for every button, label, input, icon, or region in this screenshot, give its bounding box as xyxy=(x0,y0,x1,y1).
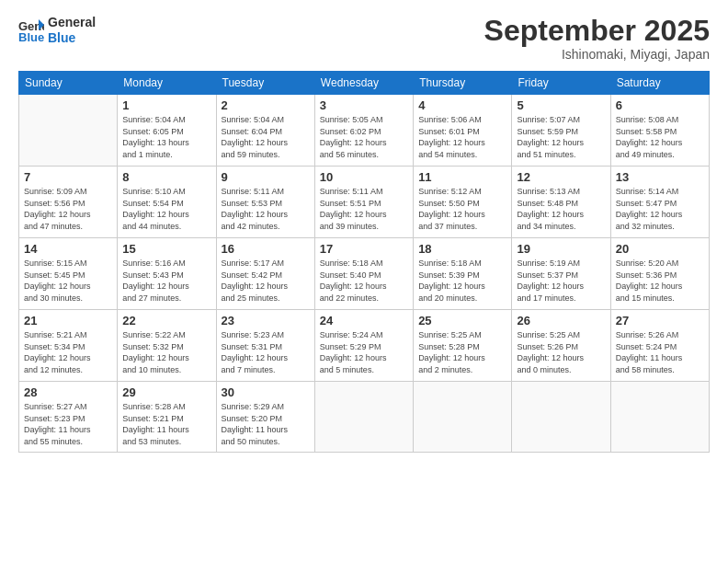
calendar-cell: 7Sunrise: 5:09 AM Sunset: 5:56 PM Daylig… xyxy=(19,167,118,238)
day-info: Sunrise: 5:14 AM Sunset: 5:47 PM Dayligh… xyxy=(616,186,704,232)
calendar-cell xyxy=(512,382,610,452)
calendar-cell: 16Sunrise: 5:17 AM Sunset: 5:42 PM Dayli… xyxy=(216,238,314,310)
day-number: 18 xyxy=(418,242,506,256)
calendar-header-row: SundayMondayTuesdayWednesdayThursdayFrid… xyxy=(19,72,710,95)
day-info: Sunrise: 5:27 AM Sunset: 5:23 PM Dayligh… xyxy=(24,401,112,447)
day-info: Sunrise: 5:21 AM Sunset: 5:34 PM Dayligh… xyxy=(24,329,112,375)
calendar-cell xyxy=(610,382,709,452)
header-day-thursday: Thursday xyxy=(414,72,512,95)
header-day-saturday: Saturday xyxy=(610,72,709,95)
calendar-cell: 4Sunrise: 5:06 AM Sunset: 6:01 PM Daylig… xyxy=(414,95,512,167)
header-day-monday: Monday xyxy=(118,72,216,95)
day-info: Sunrise: 5:11 AM Sunset: 5:53 PM Dayligh… xyxy=(222,186,310,232)
calendar-cell: 27Sunrise: 5:26 AM Sunset: 5:24 PM Dayli… xyxy=(610,310,709,382)
calendar-cell: 25Sunrise: 5:25 AM Sunset: 5:28 PM Dayli… xyxy=(414,310,512,382)
day-number: 2 xyxy=(222,98,310,112)
day-info: Sunrise: 5:11 AM Sunset: 5:51 PM Dayligh… xyxy=(320,186,408,232)
day-number: 26 xyxy=(517,314,605,327)
logo: General Blue General Blue xyxy=(18,15,96,46)
day-info: Sunrise: 5:09 AM Sunset: 5:56 PM Dayligh… xyxy=(24,186,112,232)
header-day-sunday: Sunday xyxy=(19,72,118,95)
day-number: 16 xyxy=(222,242,310,256)
title-block: September 2025 Ishinomaki, Miyagi, Japan xyxy=(484,15,710,62)
calendar-cell: 14Sunrise: 5:15 AM Sunset: 5:45 PM Dayli… xyxy=(19,238,118,310)
day-info: Sunrise: 5:13 AM Sunset: 5:48 PM Dayligh… xyxy=(517,186,605,232)
day-info: Sunrise: 5:08 AM Sunset: 5:58 PM Dayligh… xyxy=(616,114,704,160)
page: General Blue General Blue September 2025… xyxy=(0,0,728,563)
day-info: Sunrise: 5:17 AM Sunset: 5:42 PM Dayligh… xyxy=(222,258,310,304)
calendar-cell: 20Sunrise: 5:20 AM Sunset: 5:36 PM Dayli… xyxy=(610,238,709,310)
day-info: Sunrise: 5:18 AM Sunset: 5:39 PM Dayligh… xyxy=(418,258,506,304)
calendar-cell: 5Sunrise: 5:07 AM Sunset: 5:59 PM Daylig… xyxy=(512,95,610,167)
calendar-cell: 10Sunrise: 5:11 AM Sunset: 5:51 PM Dayli… xyxy=(314,167,413,238)
logo-icon: General Blue xyxy=(18,17,44,43)
calendar-cell: 26Sunrise: 5:25 AM Sunset: 5:26 PM Dayli… xyxy=(512,310,610,382)
day-number: 30 xyxy=(222,385,310,399)
calendar-cell: 8Sunrise: 5:10 AM Sunset: 5:54 PM Daylig… xyxy=(118,167,216,238)
calendar-cell: 3Sunrise: 5:05 AM Sunset: 6:02 PM Daylig… xyxy=(314,95,413,167)
day-info: Sunrise: 5:04 AM Sunset: 6:05 PM Dayligh… xyxy=(122,114,210,160)
calendar-cell: 11Sunrise: 5:12 AM Sunset: 5:50 PM Dayli… xyxy=(414,167,512,238)
calendar-week-1: 7Sunrise: 5:09 AM Sunset: 5:56 PM Daylig… xyxy=(19,167,710,238)
day-number: 23 xyxy=(222,314,310,327)
header: General Blue General Blue September 2025… xyxy=(18,15,710,62)
day-number: 12 xyxy=(517,170,605,184)
day-info: Sunrise: 5:05 AM Sunset: 6:02 PM Dayligh… xyxy=(320,114,408,160)
calendar-cell: 6Sunrise: 5:08 AM Sunset: 5:58 PM Daylig… xyxy=(610,95,709,167)
calendar-cell xyxy=(314,382,413,452)
day-info: Sunrise: 5:22 AM Sunset: 5:32 PM Dayligh… xyxy=(122,329,210,375)
calendar-body: 1Sunrise: 5:04 AM Sunset: 6:05 PM Daylig… xyxy=(19,95,710,452)
calendar-table: SundayMondayTuesdayWednesdayThursdayFrid… xyxy=(18,71,710,452)
calendar-cell: 15Sunrise: 5:16 AM Sunset: 5:43 PM Dayli… xyxy=(118,238,216,310)
day-info: Sunrise: 5:26 AM Sunset: 5:24 PM Dayligh… xyxy=(616,329,704,375)
calendar-cell: 24Sunrise: 5:24 AM Sunset: 5:29 PM Dayli… xyxy=(314,310,413,382)
calendar-cell: 18Sunrise: 5:18 AM Sunset: 5:39 PM Dayli… xyxy=(414,238,512,310)
header-day-friday: Friday xyxy=(512,72,610,95)
day-number: 8 xyxy=(122,170,210,184)
day-info: Sunrise: 5:07 AM Sunset: 5:59 PM Dayligh… xyxy=(517,114,605,160)
day-info: Sunrise: 5:25 AM Sunset: 5:26 PM Dayligh… xyxy=(517,329,605,375)
calendar-cell: 28Sunrise: 5:27 AM Sunset: 5:23 PM Dayli… xyxy=(19,382,118,452)
day-info: Sunrise: 5:25 AM Sunset: 5:28 PM Dayligh… xyxy=(418,329,506,375)
header-day-wednesday: Wednesday xyxy=(314,72,413,95)
day-number: 29 xyxy=(122,385,210,399)
day-number: 28 xyxy=(24,385,112,399)
day-number: 19 xyxy=(517,242,605,256)
day-number: 1 xyxy=(122,98,210,112)
calendar-cell xyxy=(19,95,118,167)
calendar-week-4: 28Sunrise: 5:27 AM Sunset: 5:23 PM Dayli… xyxy=(19,382,710,452)
day-info: Sunrise: 5:16 AM Sunset: 5:43 PM Dayligh… xyxy=(122,258,210,304)
day-info: Sunrise: 5:15 AM Sunset: 5:45 PM Dayligh… xyxy=(24,258,112,304)
day-number: 5 xyxy=(517,98,605,112)
calendar-cell: 12Sunrise: 5:13 AM Sunset: 5:48 PM Dayli… xyxy=(512,167,610,238)
day-info: Sunrise: 5:29 AM Sunset: 5:20 PM Dayligh… xyxy=(222,401,310,447)
calendar-cell xyxy=(414,382,512,452)
day-info: Sunrise: 5:10 AM Sunset: 5:54 PM Dayligh… xyxy=(122,186,210,232)
day-number: 3 xyxy=(320,98,408,112)
day-info: Sunrise: 5:20 AM Sunset: 5:36 PM Dayligh… xyxy=(616,258,704,304)
calendar-cell: 17Sunrise: 5:18 AM Sunset: 5:40 PM Dayli… xyxy=(314,238,413,310)
calendar-cell: 9Sunrise: 5:11 AM Sunset: 5:53 PM Daylig… xyxy=(216,167,314,238)
calendar-cell: 30Sunrise: 5:29 AM Sunset: 5:20 PM Dayli… xyxy=(216,382,314,452)
day-number: 9 xyxy=(222,170,310,184)
calendar-week-3: 21Sunrise: 5:21 AM Sunset: 5:34 PM Dayli… xyxy=(19,310,710,382)
day-number: 22 xyxy=(122,314,210,327)
day-number: 20 xyxy=(616,242,704,256)
day-info: Sunrise: 5:23 AM Sunset: 5:31 PM Dayligh… xyxy=(222,329,310,375)
svg-text:Blue: Blue xyxy=(18,30,44,43)
day-number: 10 xyxy=(320,170,408,184)
calendar-week-0: 1Sunrise: 5:04 AM Sunset: 6:05 PM Daylig… xyxy=(19,95,710,167)
day-number: 4 xyxy=(418,98,506,112)
calendar-cell: 22Sunrise: 5:22 AM Sunset: 5:32 PM Dayli… xyxy=(118,310,216,382)
calendar-cell: 1Sunrise: 5:04 AM Sunset: 6:05 PM Daylig… xyxy=(118,95,216,167)
day-number: 21 xyxy=(24,314,112,327)
day-number: 11 xyxy=(418,170,506,184)
day-number: 15 xyxy=(122,242,210,256)
logo-line2: Blue xyxy=(48,30,96,46)
month-title: September 2025 xyxy=(484,15,710,47)
calendar-week-2: 14Sunrise: 5:15 AM Sunset: 5:45 PM Dayli… xyxy=(19,238,710,310)
day-number: 6 xyxy=(616,98,704,112)
day-number: 14 xyxy=(24,242,112,256)
day-number: 27 xyxy=(616,314,704,327)
day-info: Sunrise: 5:06 AM Sunset: 6:01 PM Dayligh… xyxy=(418,114,506,160)
